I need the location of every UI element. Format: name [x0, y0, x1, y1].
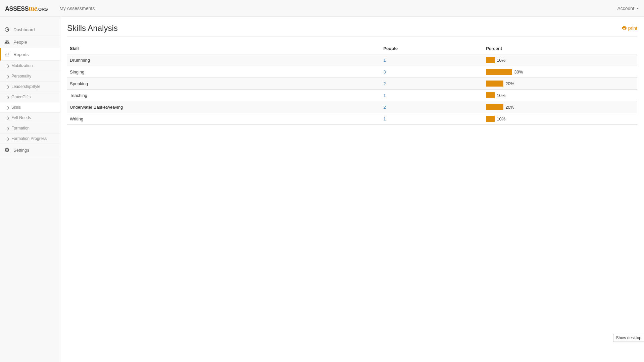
- caret-down-icon: [636, 8, 639, 9]
- sidebar-sub-label: GraceGifts: [11, 95, 31, 99]
- sidebar-sub-label: Skills: [11, 105, 21, 110]
- people-link[interactable]: 1: [383, 58, 386, 63]
- percent-bar: 20%: [486, 81, 573, 87]
- chevron-right-icon: ❯: [7, 95, 10, 99]
- percent-bar: 10%: [486, 92, 573, 98]
- table-row: Underwater Basketweaving220%: [67, 101, 637, 113]
- sidebar-item-reports[interactable]: Reports: [0, 48, 60, 61]
- percent-cell: 30%: [483, 66, 637, 78]
- chevron-right-icon: ❯: [7, 64, 10, 68]
- sidebar-label-people: People: [13, 40, 27, 45]
- chevron-right-icon: ❯: [7, 106, 10, 109]
- percent-label: 20%: [505, 105, 514, 110]
- percent-label: 10%: [497, 58, 505, 63]
- people-cell: 2: [381, 78, 483, 90]
- people-link[interactable]: 3: [383, 69, 386, 74]
- sidebar-item-people[interactable]: People: [0, 36, 60, 48]
- table-row: Singing330%: [67, 66, 637, 78]
- table-row: Drumming110%: [67, 54, 637, 66]
- sidebar-sub-label: Formation: [11, 126, 30, 131]
- chevron-right-icon: ❯: [7, 85, 10, 89]
- percent-label: 10%: [497, 116, 505, 121]
- percent-bar: 20%: [486, 104, 573, 110]
- percent-label: 20%: [505, 81, 514, 86]
- show-desktop-button[interactable]: Show desktop: [613, 334, 644, 342]
- people-cell: 2: [381, 101, 483, 113]
- table-row: Writing110%: [67, 113, 637, 125]
- people-link[interactable]: 2: [383, 105, 386, 110]
- skill-cell: Singing: [67, 66, 381, 78]
- top-navbar: Assessme.org My Assessments Account: [0, 0, 644, 17]
- print-icon: [622, 25, 627, 32]
- dashboard-icon: [4, 27, 10, 32]
- logo-assess-text: Assess: [5, 5, 29, 12]
- people-link[interactable]: 2: [383, 81, 386, 86]
- print-label: print: [628, 25, 637, 31]
- sidebar-sub-feltneeds[interactable]: ❯ Felt Needs: [0, 113, 60, 123]
- sidebar-sub-skills[interactable]: ❯ Skills: [0, 102, 60, 113]
- percent-cell: 20%: [483, 78, 637, 90]
- account-dropdown[interactable]: Account: [617, 6, 639, 11]
- show-desktop-label: Show desktop: [616, 335, 641, 340]
- percent-label: 30%: [514, 69, 523, 74]
- sidebar-sub-label: Personality: [11, 74, 31, 79]
- skills-table: Skill People Percent Drumming110%Singing…: [67, 43, 637, 125]
- sidebar-sub-personality[interactable]: ❯ Personality: [0, 71, 60, 82]
- table-row: Speaking220%: [67, 78, 637, 90]
- people-icon: [4, 39, 10, 45]
- main-content: Skills Analysis print Skill People Perce…: [60, 17, 644, 362]
- reports-icon: [4, 52, 10, 57]
- sidebar-label-reports: Reports: [13, 52, 29, 57]
- account-label: Account: [617, 6, 634, 11]
- percent-bar: 10%: [486, 116, 573, 122]
- skill-cell: Underwater Basketweaving: [67, 101, 381, 113]
- brand-logo[interactable]: Assessme.org: [5, 4, 48, 13]
- chevron-right-icon: ❯: [7, 116, 10, 120]
- sidebar-sub-gracegifts[interactable]: ❯ GraceGifts: [0, 92, 60, 102]
- skill-cell: Speaking: [67, 78, 381, 90]
- sidebar-item-settings[interactable]: Settings: [0, 144, 60, 156]
- sidebar-sub-label: Mobilization: [11, 63, 33, 68]
- chevron-right-icon: ❯: [7, 74, 10, 78]
- chevron-right-icon: ❯: [7, 137, 10, 141]
- page-title: Skills Analysis: [67, 23, 118, 33]
- sidebar-sub-formation-progress[interactable]: ❯ Formation Progress: [0, 134, 60, 144]
- percent-cell: 10%: [483, 54, 637, 66]
- print-button[interactable]: print: [622, 25, 637, 32]
- table-row: Teaching110%: [67, 90, 637, 101]
- sidebar-sub-label: Formation Progress: [11, 136, 47, 141]
- sidebar: Dashboard People Reports ❯ Mobilization …: [0, 17, 60, 362]
- skill-cell: Teaching: [67, 90, 381, 101]
- sidebar-sub-leadership[interactable]: ❯ LeadershipStyle: [0, 82, 60, 92]
- th-skill[interactable]: Skill: [67, 43, 381, 54]
- percent-cell: 20%: [483, 101, 637, 113]
- people-cell: 1: [381, 90, 483, 101]
- settings-icon: [4, 147, 10, 153]
- sidebar-item-dashboard[interactable]: Dashboard: [0, 23, 60, 36]
- people-cell: 3: [381, 66, 483, 78]
- nav-my-assessments[interactable]: My Assessments: [54, 1, 100, 16]
- logo-me-text: me: [29, 4, 37, 12]
- th-people[interactable]: People: [381, 43, 483, 54]
- th-percent[interactable]: Percent: [483, 43, 637, 54]
- logo-org-text: .org: [37, 7, 48, 12]
- percent-bar: 10%: [486, 57, 573, 63]
- people-cell: 1: [381, 54, 483, 66]
- skill-cell: Drumming: [67, 54, 381, 66]
- percent-cell: 10%: [483, 90, 637, 101]
- percent-label: 10%: [497, 93, 505, 98]
- percent-bar: 30%: [486, 69, 573, 75]
- sidebar-label-settings: Settings: [13, 148, 29, 153]
- sidebar-sub-label: Felt Needs: [11, 115, 31, 120]
- sidebar-sub-formation[interactable]: ❯ Formation: [0, 123, 60, 134]
- sidebar-sub-mobilization[interactable]: ❯ Mobilization: [0, 61, 60, 71]
- chevron-right-icon: ❯: [7, 126, 10, 130]
- people-link[interactable]: 1: [383, 116, 386, 121]
- skill-cell: Writing: [67, 113, 381, 125]
- people-link[interactable]: 1: [383, 93, 386, 98]
- sidebar-sub-label: LeadershipStyle: [11, 84, 40, 89]
- people-cell: 1: [381, 113, 483, 125]
- percent-cell: 10%: [483, 113, 637, 125]
- sidebar-label-dashboard: Dashboard: [13, 27, 35, 32]
